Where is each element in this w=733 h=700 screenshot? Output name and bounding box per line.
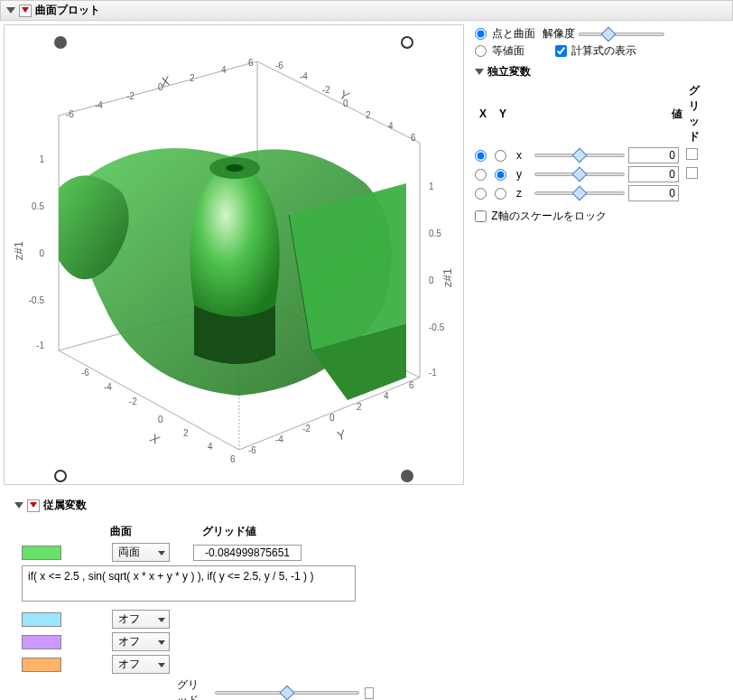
svg-text:-4: -4 [95, 100, 103, 110]
dependent-vars-panel: 曲面 グリッド値 両面 オフ オフ オフ グリッド [22, 524, 374, 700]
surface-plot-canvas[interactable]: 1 0.5 0 -0.5 -1 1 0.5 0 -0.5 -1 z#1 z#1 … [4, 24, 464, 485]
resolution-label: 解像度 [543, 26, 575, 42]
svg-text:2: 2 [183, 428, 189, 438]
hdr-grid: グリッド [686, 83, 702, 145]
show-formula-label: 計算式の表示 [571, 44, 636, 57]
svg-point-55 [226, 164, 244, 172]
var-z-slider[interactable] [534, 187, 625, 200]
color-swatch[interactable] [22, 635, 61, 649]
svg-text:-6: -6 [81, 368, 89, 378]
var-y-slider[interactable] [534, 168, 625, 181]
color-swatch[interactable] [22, 658, 61, 672]
svg-text:1: 1 [39, 154, 44, 164]
hdr-gridval: グリッド値 [166, 524, 292, 539]
svg-text:Y: Y [335, 426, 349, 443]
surface-select[interactable]: オフ [112, 610, 170, 629]
mode-contour-radio[interactable] [475, 45, 487, 57]
surface-select[interactable]: オフ [112, 655, 170, 674]
independent-vars-grid: X Y 値 グリッド x y z [475, 83, 726, 201]
svg-text:z#1: z#1 [441, 268, 454, 287]
svg-text:1: 1 [429, 182, 434, 191]
rotate-handle[interactable] [401, 36, 413, 49]
formula-display[interactable] [22, 565, 356, 602]
var-z-value[interactable] [628, 185, 679, 201]
mode-points-surface-label: 点と曲面 [492, 26, 535, 42]
surface-3d-svg: 1 0.5 0 -0.5 -1 1 0.5 0 -0.5 -1 z#1 z#1 … [5, 25, 465, 486]
var-y-label: y [515, 168, 531, 181]
svg-text:2: 2 [190, 73, 195, 83]
dep-row: 両面 [22, 543, 374, 562]
y-axis-z-radio[interactable] [495, 188, 506, 200]
dep-row: オフ [22, 632, 374, 651]
svg-text:-2: -2 [126, 91, 135, 101]
surface-select[interactable]: 両面 [112, 543, 170, 562]
svg-text:0: 0 [39, 248, 44, 258]
mode-points-surface-radio[interactable] [475, 28, 487, 40]
independent-vars-title: 独立変数 [487, 64, 531, 79]
svg-text:4: 4 [384, 391, 389, 401]
svg-text:2: 2 [357, 402, 362, 412]
rotate-handle[interactable] [54, 36, 67, 49]
independent-vars-header: 独立変数 [475, 64, 726, 79]
dependent-vars-header: 従属変数 [14, 498, 729, 513]
svg-text:-4: -4 [104, 382, 112, 392]
var-y-grid-check[interactable] [686, 167, 698, 179]
svg-text:-6: -6 [248, 445, 256, 455]
svg-text:6: 6 [409, 380, 414, 390]
y-axis-x-radio[interactable] [495, 150, 506, 162]
svg-text:-0.5: -0.5 [429, 322, 445, 332]
svg-text:-4: -4 [275, 434, 283, 444]
surface-select[interactable]: オフ [112, 632, 170, 651]
grid-density-slider[interactable] [215, 686, 359, 699]
svg-text:-2: -2 [302, 424, 311, 434]
svg-text:-6: -6 [275, 61, 283, 70]
y-axis-y-radio[interactable] [495, 169, 506, 181]
menu-arrow-icon[interactable] [19, 5, 32, 17]
lock-z-row: Z軸のスケールをロック [475, 209, 726, 224]
hdr-value: 値 [628, 107, 682, 122]
grid-density-check[interactable] [365, 687, 374, 699]
color-swatch[interactable] [22, 612, 61, 627]
svg-text:0: 0 [158, 415, 163, 425]
svg-text:0: 0 [329, 413, 335, 423]
dep-row: オフ [22, 655, 374, 674]
controls-panel: 点と曲面 解像度 等値面 計算式の表示 独立変数 X Y 値 グリッド [468, 21, 733, 229]
hdr-surface: 曲面 [76, 524, 166, 539]
menu-arrow-icon[interactable] [27, 499, 40, 512]
svg-text:-4: -4 [300, 71, 308, 81]
svg-text:4: 4 [208, 442, 213, 452]
x-axis-x-radio[interactable] [475, 150, 487, 162]
resolution-slider[interactable] [579, 28, 664, 41]
dep-row: オフ [22, 610, 374, 629]
chevron-down-icon[interactable] [6, 7, 15, 14]
svg-text:-1: -1 [36, 341, 44, 350]
var-x-value[interactable] [628, 147, 679, 163]
svg-text:-2: -2 [322, 85, 330, 95]
svg-text:2: 2 [366, 110, 371, 120]
var-y-value[interactable] [628, 166, 679, 182]
svg-line-1 [257, 61, 420, 143]
rotate-handle[interactable] [401, 470, 413, 482]
x-axis-z-radio[interactable] [475, 188, 487, 200]
hdr-x: X [475, 107, 491, 120]
svg-text:4: 4 [388, 121, 394, 131]
chevron-down-icon[interactable] [475, 69, 484, 75]
grid-density-row: グリッド [177, 677, 374, 700]
svg-text:6: 6 [230, 454, 236, 464]
dependent-vars-title: 従属変数 [43, 498, 87, 513]
chevron-down-icon[interactable] [14, 502, 23, 509]
show-formula-checkbox[interactable] [555, 45, 567, 57]
color-swatch[interactable] [22, 546, 61, 560]
x-axis-y-radio[interactable] [475, 169, 487, 181]
svg-text:-1: -1 [429, 368, 437, 378]
var-x-grid-check[interactable] [686, 148, 698, 160]
svg-text:X: X [147, 430, 162, 447]
grid-density-label: グリッド [177, 677, 209, 700]
lock-z-checkbox[interactable] [475, 210, 487, 222]
svg-text:0: 0 [429, 275, 434, 285]
svg-text:Y: Y [338, 87, 353, 104]
gridval-input[interactable] [193, 545, 302, 561]
rotate-handle[interactable] [54, 470, 67, 482]
var-z-label: z [515, 187, 531, 200]
var-x-slider[interactable] [534, 149, 625, 162]
